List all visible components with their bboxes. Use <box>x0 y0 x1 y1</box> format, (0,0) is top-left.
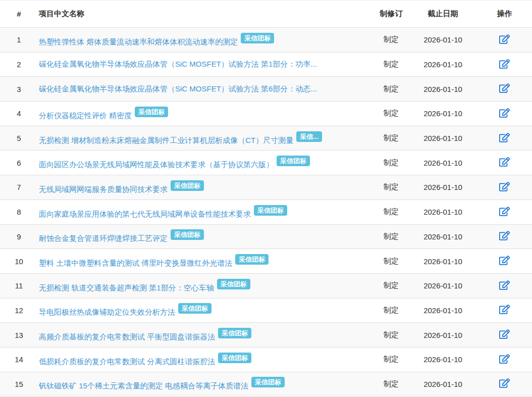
project-title-link[interactable]: 塑料 土壤中微塑料含量的测试 傅里叶变换显微红外光谱法 <box>39 259 232 267</box>
edit-button[interactable] <box>499 59 510 69</box>
project-title-cell: 低损耗介质板的复介电常数测试 分离式圆柱谐振腔法采信团标 <box>38 347 374 372</box>
revision-cell: 制定 <box>374 273 409 298</box>
status-badge: 采信团标 <box>241 33 274 43</box>
revision-cell: 制定 <box>374 298 409 323</box>
project-title-cell: 无线局域网网端服务质量协同技术要求采信团标 <box>38 175 374 200</box>
project-title-link[interactable]: 耐蚀合金复合管道环焊缝焊接工艺评定 <box>39 234 168 242</box>
edit-icon <box>499 83 510 93</box>
deadline-cell: 2026-01-10 <box>409 224 477 249</box>
edit-button[interactable] <box>499 231 510 240</box>
project-title-cell: 热塑性弹性体 熔体质量流动速率和熔体体积流动速率的测定采信团标 <box>38 28 374 53</box>
project-title-link[interactable]: 分析仪器稳定性评价 精密度 <box>39 111 132 120</box>
status-badge: 采信团标 <box>178 303 211 314</box>
row-index: 10 <box>0 249 38 274</box>
project-title-link[interactable]: 导电阳极丝热成像辅助定位失效分析方法 <box>39 308 175 316</box>
project-title-link[interactable]: 面向园区办公场景无线局域网性能及体验技术要求（基于协议第六版） <box>39 160 274 169</box>
action-cell <box>477 175 532 200</box>
table-row: 10 塑料 土壤中微塑料含量的测试 傅里叶变换显微红外光谱法采信团标 制定 20… <box>0 249 532 274</box>
table-row: 9 耐蚀合金复合管道环焊缝焊接工艺评定采信团标 制定 2026-01-10 <box>0 224 532 249</box>
project-title-cell: 碳化硅金属氧化物半导体场效应晶体管（SiC MOSFET）试验方法 第6部分：动… <box>38 77 374 102</box>
project-title-cell: 面向园区办公场景无线局域网性能及体验技术要求（基于协议第六版）采信团标 <box>38 151 374 175</box>
revision-cell: 制定 <box>374 77 409 102</box>
deadline-cell: 2026-01-10 <box>409 347 477 372</box>
edit-icon <box>499 231 510 240</box>
action-cell <box>477 273 532 298</box>
project-title-link[interactable]: 无损检测 轨道交通装备超声检测 第1部分：空心车轴 <box>39 283 214 292</box>
deadline-cell: 2026-01-10 <box>409 249 477 274</box>
project-title-cell: 面向家庭场景应用体验的第七代无线局域网单设备性能技术要求采信团标 <box>38 200 374 224</box>
edit-button[interactable] <box>499 378 510 388</box>
table-row: 5 无损检测 增材制造粉末床熔融金属制件工业计算机层析成像（CT）尺寸测量采信.… <box>0 126 532 151</box>
project-title-cell: 塑料 土壤中微塑料含量的测试 傅里叶变换显微红外光谱法采信团标 <box>38 249 374 274</box>
edit-button[interactable] <box>499 108 510 118</box>
row-index: 1 <box>0 28 38 53</box>
edit-button[interactable] <box>499 83 510 93</box>
project-title-link[interactable]: 碳化硅金属氧化物半导体场效应晶体管（SiC MOSFET）试验方法 第6部分：动… <box>39 84 317 93</box>
status-badge: 采信团标 <box>235 254 269 265</box>
edit-button[interactable] <box>499 280 510 290</box>
deadline-cell: 2026-01-10 <box>409 200 477 224</box>
edit-button[interactable] <box>499 182 510 191</box>
edit-button[interactable] <box>499 329 510 339</box>
edit-icon <box>499 133 510 142</box>
project-title-cell: 碳化硅金属氧化物半导体场效应晶体管（SiC MOSFET）试验方法 第1部分：功… <box>38 52 374 77</box>
edit-button[interactable] <box>499 157 510 167</box>
revision-cell: 制定 <box>374 323 409 348</box>
action-cell <box>477 52 532 77</box>
project-title-link[interactable]: 钒钛磁铁矿 15个稀土元素含量的测定 电感耦合等离子体质谱法 <box>39 381 248 390</box>
project-title-link[interactable]: 碳化硅金属氧化物半导体场效应晶体管（SiC MOSFET）试验方法 第1部分：功… <box>39 60 317 68</box>
table-row: 12 导电阳极丝热成像辅助定位失效分析方法采信团标 制定 2026-01-10 <box>0 298 532 323</box>
table-row: 15 钒钛磁铁矿 15个稀土元素含量的测定 电感耦合等离子体质谱法采信团标 制定… <box>0 372 532 396</box>
deadline-cell: 2026-01-10 <box>409 77 477 102</box>
project-title-cell: 无损检测 轨道交通装备超声检测 第1部分：空心车轴采信团标 <box>38 273 374 298</box>
edit-icon <box>499 157 510 167</box>
action-cell <box>477 298 532 323</box>
edit-icon <box>499 256 510 265</box>
revision-cell: 制定 <box>374 126 409 151</box>
status-badge: 采信团标 <box>251 377 285 387</box>
status-badge: 采信... <box>296 131 322 142</box>
edit-button[interactable] <box>499 256 510 265</box>
project-title-link[interactable]: 低损耗介质板的复介电常数测试 分离式圆柱谐振腔法 <box>39 357 215 366</box>
col-header-revision: 制修订 <box>374 1 409 28</box>
table-row: 8 面向家庭场景应用体验的第七代无线局域网单设备性能技术要求采信团标 制定 20… <box>0 200 532 224</box>
status-badge: 采信团标 <box>171 180 204 191</box>
edit-button[interactable] <box>499 305 510 314</box>
action-cell <box>477 28 532 53</box>
edit-button[interactable] <box>499 133 510 142</box>
row-index: 12 <box>0 298 38 323</box>
deadline-cell: 2026-01-10 <box>409 273 477 298</box>
table-row: 4 分析仪器稳定性评价 精密度采信团标 制定 2026-01-10 <box>0 102 532 126</box>
edit-button[interactable] <box>499 207 510 216</box>
row-index: 9 <box>0 224 38 249</box>
revision-cell: 制定 <box>374 224 409 249</box>
status-badge: 采信团标 <box>171 229 204 240</box>
edit-button[interactable] <box>499 354 510 364</box>
edit-icon <box>499 329 510 339</box>
table-row: 6 面向园区办公场景无线局域网性能及体验技术要求（基于协议第六版）采信团标 制定… <box>0 151 532 175</box>
project-title-link[interactable]: 热塑性弹性体 熔体质量流动速率和熔体体积流动速率的测定 <box>39 37 238 46</box>
revision-cell: 制定 <box>374 347 409 372</box>
row-index: 11 <box>0 273 38 298</box>
table-row: 7 无线局域网网端服务质量协同技术要求采信团标 制定 2026-01-10 <box>0 175 532 200</box>
revision-cell: 制定 <box>374 372 409 396</box>
deadline-cell: 2026-01-10 <box>409 52 477 77</box>
action-cell <box>477 126 532 151</box>
project-title-link[interactable]: 无线局域网网端服务质量协同技术要求 <box>39 185 168 193</box>
project-title-cell: 钒钛磁铁矿 15个稀土元素含量的测定 电感耦合等离子体质谱法采信团标 <box>38 372 374 396</box>
edit-icon <box>499 378 510 388</box>
edit-icon <box>499 34 510 44</box>
project-title-link[interactable]: 无损检测 增材制造粉末床熔融金属制件工业计算机层析成像（CT）尺寸测量 <box>39 136 293 144</box>
projects-table: # 项目中文名称 制修订 截止日期 操作 1 热塑性弹性体 熔体质量流动速率和熔… <box>0 0 532 396</box>
revision-cell: 制定 <box>374 28 409 53</box>
table-row: 2 碳化硅金属氧化物半导体场效应晶体管（SiC MOSFET）试验方法 第1部分… <box>0 52 532 77</box>
status-badge: 采信团标 <box>217 279 250 289</box>
edit-button[interactable] <box>499 34 510 44</box>
project-title-link[interactable]: 高频介质基板的复介电常数测试 平衡型圆盘谐振器法 <box>39 332 215 341</box>
project-title-link[interactable]: 面向家庭场景应用体验的第七代无线局域网单设备性能技术要求 <box>39 210 251 218</box>
deadline-cell: 2026-01-10 <box>409 175 477 200</box>
row-index: 7 <box>0 175 38 200</box>
action-cell <box>477 372 532 396</box>
action-cell <box>477 323 532 348</box>
action-cell <box>477 200 532 224</box>
